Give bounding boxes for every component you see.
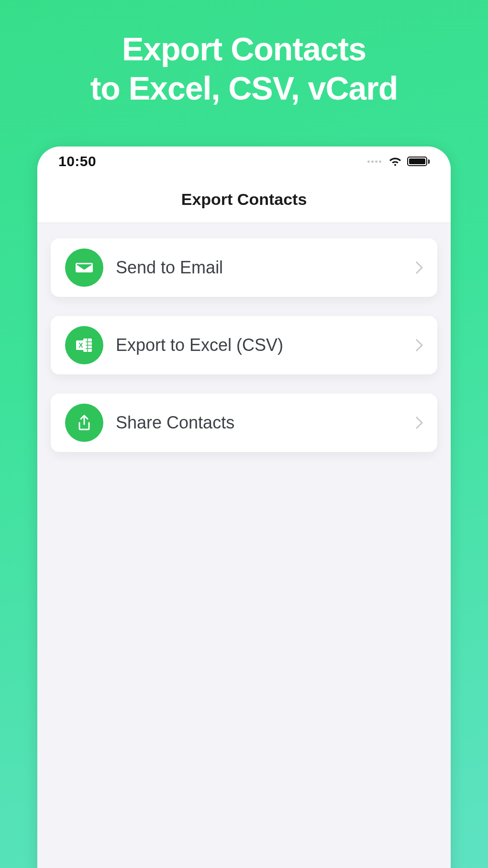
option-label: Export to Excel (CSV) bbox=[116, 335, 415, 355]
options-list: Send to Email X Export to Excel (CSV) bbox=[37, 223, 451, 452]
option-label: Send to Email bbox=[116, 258, 415, 278]
status-indicators bbox=[367, 156, 430, 167]
status-time: 10:50 bbox=[58, 153, 96, 169]
wifi-icon bbox=[388, 156, 402, 167]
chevron-right-icon bbox=[415, 416, 423, 429]
chevron-right-icon bbox=[415, 338, 423, 352]
option-send-email[interactable]: Send to Email bbox=[51, 238, 437, 297]
hero-title-line1: Export Contacts bbox=[0, 30, 488, 69]
svg-text:X: X bbox=[78, 341, 83, 349]
hero-title: Export Contacts to Excel, CSV, vCard bbox=[0, 0, 488, 108]
share-icon bbox=[65, 404, 103, 442]
option-share-contacts[interactable]: Share Contacts bbox=[51, 394, 437, 452]
chevron-right-icon bbox=[415, 261, 423, 274]
option-export-excel[interactable]: X Export to Excel (CSV) bbox=[51, 316, 437, 374]
hero-title-line2: to Excel, CSV, vCard bbox=[0, 69, 488, 108]
phone-frame: 10:50 Export Contacts Send to Email bbox=[37, 147, 451, 868]
navbar: Export Contacts bbox=[37, 176, 451, 223]
excel-icon: X bbox=[65, 326, 103, 364]
cellular-dots-icon bbox=[367, 160, 381, 163]
navbar-title: Export Contacts bbox=[181, 190, 307, 209]
status-bar: 10:50 bbox=[37, 147, 451, 176]
battery-icon bbox=[407, 157, 430, 166]
mail-icon bbox=[65, 248, 103, 287]
option-label: Share Contacts bbox=[116, 413, 415, 433]
